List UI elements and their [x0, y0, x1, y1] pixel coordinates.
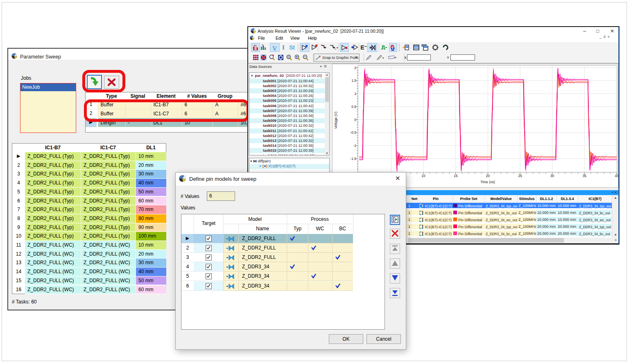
- svg-text:35: 35: [583, 174, 587, 178]
- svg-text:-0.5: -0.5: [350, 130, 356, 135]
- svg-text:40: 40: [615, 174, 619, 178]
- svg-text:2: 2: [354, 66, 356, 70]
- svg-text:25: 25: [518, 174, 522, 178]
- svg-text:1: 1: [354, 92, 356, 96]
- svg-text:Time (ns): Time (ns): [480, 180, 495, 184]
- svg-text:15: 15: [454, 174, 458, 178]
- svg-text:Voltage (V): Voltage (V): [334, 112, 338, 129]
- svg-text:10: 10: [421, 174, 425, 178]
- svg-text:-1: -1: [353, 144, 356, 148]
- svg-text:0.5: 0.5: [351, 105, 356, 109]
- svg-text:30: 30: [550, 174, 554, 178]
- svg-text:1.5: 1.5: [351, 79, 356, 83]
- svg-text:-1.5: -1.5: [350, 157, 356, 161]
- svg-text:20: 20: [486, 174, 490, 178]
- svg-text:0: 0: [354, 118, 356, 122]
